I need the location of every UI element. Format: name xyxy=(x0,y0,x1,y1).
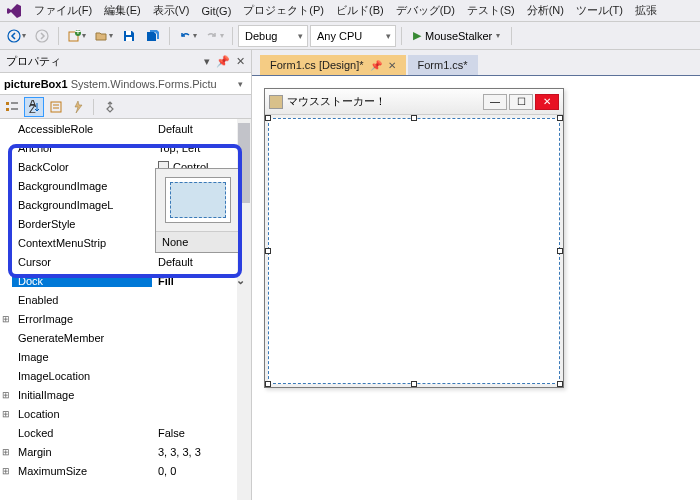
resize-handle[interactable] xyxy=(411,381,417,387)
nav-back-button[interactable]: ▾ xyxy=(4,25,29,47)
separator xyxy=(511,27,512,45)
property-row[interactable]: LockedFalse xyxy=(0,423,251,442)
property-row[interactable]: ⊞InitialImage xyxy=(0,385,251,404)
menu-file[interactable]: ファイル(F) xyxy=(28,1,98,20)
property-row[interactable]: CursorDefault xyxy=(0,252,251,271)
resize-handle[interactable] xyxy=(557,381,563,387)
menu-git[interactable]: Git(G) xyxy=(195,3,237,19)
property-name: Image xyxy=(12,351,152,363)
pin-icon[interactable]: 📌 xyxy=(216,55,230,68)
pin-icon[interactable]: 📌 xyxy=(370,60,382,71)
property-name: Anchor xyxy=(12,142,152,154)
expand-icon[interactable]: ⊞ xyxy=(0,409,12,419)
resize-handle[interactable] xyxy=(265,248,271,254)
property-row[interactable]: ⊞MaximumSize0, 0 xyxy=(0,461,251,480)
property-row[interactable]: AnchorTop, Left xyxy=(0,138,251,157)
panel-title-text: プロパティ xyxy=(6,54,61,69)
document-tabs: Form1.cs [Design]* 📌 ✕ Form1.cs* xyxy=(252,50,700,76)
svg-rect-8 xyxy=(6,108,9,111)
design-canvas[interactable]: マウスストーカー！ — ☐ ✕ xyxy=(252,76,700,500)
property-name: InitialImage xyxy=(12,389,152,401)
menubar: ファイル(F) 編集(E) 表示(V) Git(G) プロジェクト(P) ビルド… xyxy=(0,0,700,22)
menu-build[interactable]: ビルド(B) xyxy=(330,1,390,20)
property-name: BackgroundImage xyxy=(12,180,152,192)
property-pages-button[interactable] xyxy=(99,97,119,117)
property-name: Location xyxy=(12,408,152,420)
properties-button[interactable] xyxy=(46,97,66,117)
nav-fwd-button[interactable] xyxy=(31,25,53,47)
resize-handle[interactable] xyxy=(265,381,271,387)
resize-handle[interactable] xyxy=(557,115,563,121)
menu-view[interactable]: 表示(V) xyxy=(147,1,196,20)
play-icon: ▶ xyxy=(413,29,421,42)
property-row[interactable]: DockFill xyxy=(0,271,251,290)
start-debug-button[interactable]: ▶ MouseStalker ▾ xyxy=(407,29,506,42)
property-row[interactable]: GenerateMember xyxy=(0,328,251,347)
separator xyxy=(93,99,94,115)
form-icon xyxy=(269,95,283,109)
property-name: Margin xyxy=(12,446,152,458)
menu-analyze[interactable]: 分析(N) xyxy=(521,1,570,20)
close-icon[interactable]: ✕ xyxy=(236,55,245,68)
save-all-button[interactable] xyxy=(142,25,164,47)
property-row[interactable]: Enabled xyxy=(0,290,251,309)
resize-handle[interactable] xyxy=(411,115,417,121)
save-button[interactable] xyxy=(118,25,140,47)
svg-rect-13 xyxy=(51,102,61,112)
expand-icon[interactable]: ⊞ xyxy=(0,314,12,324)
menu-debug[interactable]: デバッグ(D) xyxy=(390,1,461,20)
toolbar: ▾ +▾ ▾ ▾ ▾ Debug Any CPU ▶ MouseStalker … xyxy=(0,22,700,50)
undo-button[interactable]: ▾ xyxy=(175,25,200,47)
property-row[interactable]: ⊞ErrorImage xyxy=(0,309,251,328)
menu-test[interactable]: テスト(S) xyxy=(461,1,521,20)
events-button[interactable] xyxy=(68,97,88,117)
dock-dropdown[interactable]: None xyxy=(155,168,241,253)
property-name: GenerateMember xyxy=(12,332,152,344)
open-button[interactable]: ▾ xyxy=(91,25,116,47)
config-combo[interactable]: Debug xyxy=(238,25,308,47)
expand-icon[interactable]: ⊞ xyxy=(0,390,12,400)
close-icon[interactable]: ✕ xyxy=(388,60,396,71)
redo-button[interactable]: ▾ xyxy=(202,25,227,47)
form-window[interactable]: マウスストーカー！ — ☐ ✕ xyxy=(264,88,564,388)
property-row[interactable]: ⊞Margin3, 3, 3, 3 xyxy=(0,442,251,461)
expand-icon[interactable]: ⊞ xyxy=(0,466,12,476)
new-project-button[interactable]: +▾ xyxy=(64,25,89,47)
property-name: AccessibleRole xyxy=(12,123,152,135)
close-button[interactable]: ✕ xyxy=(535,94,559,110)
property-row[interactable]: Image xyxy=(0,347,251,366)
platform-combo[interactable]: Any CPU xyxy=(310,25,396,47)
dock-preview[interactable] xyxy=(165,177,231,223)
property-name: ImageLocation xyxy=(12,370,152,382)
window-menu-icon[interactable]: ▾ xyxy=(204,55,210,68)
property-name: ErrorImage xyxy=(12,313,152,325)
property-value[interactable]: Fill xyxy=(152,275,251,287)
property-row[interactable]: ImageLocation xyxy=(0,366,251,385)
menu-extensions[interactable]: 拡張 xyxy=(629,1,663,20)
svg-text:+: + xyxy=(75,29,81,37)
panel-titlebar: プロパティ ▾ 📌 ✕ xyxy=(0,50,251,73)
tab-form-code[interactable]: Form1.cs* xyxy=(408,55,478,75)
expand-icon[interactable]: ⊞ xyxy=(0,447,12,457)
alphabetical-button[interactable]: AZ xyxy=(24,97,44,117)
resize-handle[interactable] xyxy=(265,115,271,121)
resize-handle[interactable] xyxy=(557,248,563,254)
svg-rect-6 xyxy=(126,37,132,41)
property-name: BackColor xyxy=(12,161,152,173)
separator xyxy=(232,27,233,45)
vs-logo-icon xyxy=(6,3,22,19)
designer-area: Form1.cs [Design]* 📌 ✕ Form1.cs* マウスストーカ… xyxy=(252,50,700,500)
maximize-button[interactable]: ☐ xyxy=(509,94,533,110)
minimize-button[interactable]: — xyxy=(483,94,507,110)
dock-none-button[interactable]: None xyxy=(156,231,240,252)
categorized-button[interactable] xyxy=(2,97,22,117)
menu-project[interactable]: プロジェクト(P) xyxy=(237,1,330,20)
property-row[interactable]: ⊞Location xyxy=(0,404,251,423)
property-row[interactable]: AccessibleRoleDefault xyxy=(0,119,251,138)
object-selector[interactable]: pictureBox1 System.Windows.Forms.Pictu xyxy=(0,73,251,95)
picturebox-control[interactable] xyxy=(268,118,560,384)
svg-point-0 xyxy=(8,30,20,42)
menu-edit[interactable]: 編集(E) xyxy=(98,1,147,20)
tab-form-design[interactable]: Form1.cs [Design]* 📌 ✕ xyxy=(260,55,406,75)
menu-tools[interactable]: ツール(T) xyxy=(570,1,629,20)
